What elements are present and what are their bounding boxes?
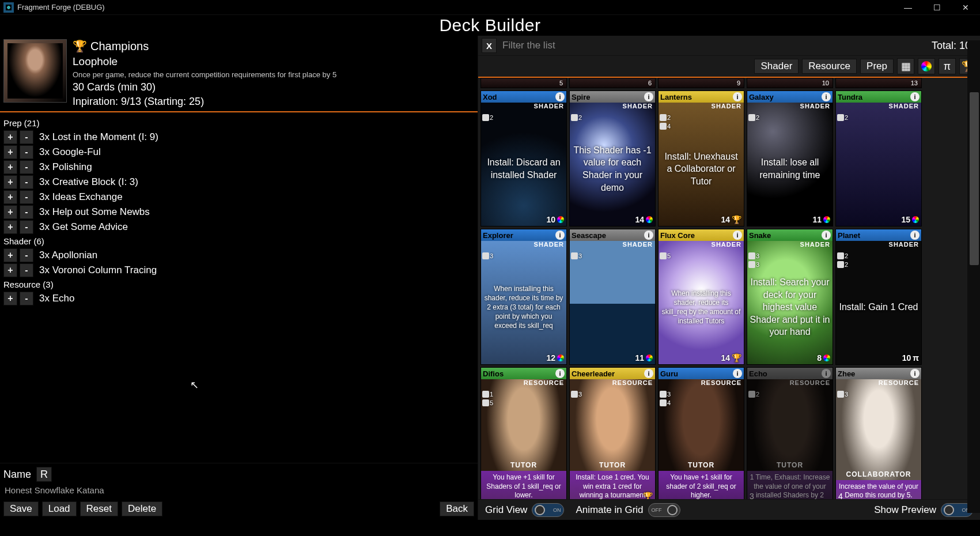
clear-filter-button[interactable]: X [482,38,497,53]
filter-bar: X Total: 100 [478,36,980,56]
plus-button[interactable]: + [3,263,17,277]
card[interactable]: GalaxyiSHADER2Install: lose all remainin… [747,90,833,227]
card[interactable]: LanternsiSHADER24Install: Unexhaust a Co… [658,90,744,227]
partial-card[interactable]: 6 [569,78,656,88]
window-titlebar: Fragment Forge (DEBUG) — ☐ ✕ [0,0,980,15]
deck-row: +-3x Lost in the Moment (I: 9) [3,130,474,144]
cat-pi-icon[interactable]: π [939,58,956,74]
section-prep-label: Prep (21) [3,118,474,128]
deck-item-label: 3x Polishing [39,161,92,173]
plus-button[interactable]: + [3,130,17,144]
name-label: Name R [3,467,474,482]
card-grid[interactable]: 5691013 XodiSHADER2Install: Discard an i… [478,78,980,499]
plus-button[interactable]: + [3,175,17,189]
filter-input[interactable] [501,39,927,52]
reset-button[interactable]: Reset [80,501,118,516]
card[interactable]: Flux CoreiSHADER5When installing this sh… [658,229,744,365]
cat-prep[interactable]: Prep [860,59,894,74]
plus-button[interactable]: + [3,248,17,262]
section-shader-label: Shader (6) [3,236,474,246]
gridview-toggle[interactable]: ON [532,503,564,517]
minus-button[interactable]: - [20,205,33,219]
deck-item-label: 3x Help out Some Newbs [39,206,150,218]
deck-row: +-3x Ideas Exchange [3,190,474,204]
info-icon: i [733,231,742,240]
delete-button[interactable]: Delete [122,501,162,516]
champion-category: Champions [90,40,149,53]
window-minimize[interactable]: — [894,0,922,15]
name-input[interactable]: R [36,467,52,482]
deck-item-label: 3x Apollonian [39,250,97,261]
card[interactable]: XodiSHADER2Install: Discard an installed… [480,90,567,227]
minus-button[interactable]: - [20,145,33,159]
plus-button[interactable]: + [3,190,17,204]
back-button[interactable]: Back [440,501,474,516]
partial-card[interactable]: 10 [747,78,833,88]
card[interactable]: SnakeiSHADER33Install: Search your deck … [747,229,833,365]
info-icon: i [910,92,920,101]
info-icon: i [910,369,920,378]
deck-item-label: 3x Get Some Advice [39,221,128,233]
cat-noise-icon[interactable]: ▦ [897,58,914,74]
deck-item-label: 3x Lost in the Moment (I: 9) [39,131,158,143]
card[interactable]: SpireiSHADER2This Shader has -1 value fo… [569,90,656,227]
page-title: Deck Builder [0,15,980,36]
deck-row: +-3x Help out Some Newbs [3,205,474,219]
category-row: Shader Resource Prep ▦ π 🏆 [478,56,980,78]
deck-row: +-3x Polishing [3,160,474,174]
info-icon: i [822,92,831,101]
trophy-icon: 🏆 [73,39,87,53]
card[interactable]: PlanetiSHADER22Install: Gain 1 Cred10 π [835,229,922,365]
minus-button[interactable]: - [20,248,33,262]
minus-button[interactable]: - [20,130,33,144]
minus-button[interactable]: - [20,160,33,174]
window-close[interactable]: ✕ [951,0,980,15]
info-icon: i [733,92,742,101]
card[interactable]: SeascapeiSHADER311 [569,229,656,365]
plus-button[interactable]: + [3,292,17,305]
deck-row: +-3x Get Some Advice [3,220,474,234]
cat-rainbow-icon[interactable] [918,58,935,74]
champion-inspiration: Inpiration: 9/13 (Starting: 25) [73,96,474,108]
card[interactable]: DifiosiRESOURCE15TUTORYou have +1 skill … [480,367,567,499]
deck-item-label: 3x Ideas Exchange [39,191,123,203]
plus-button[interactable]: + [3,145,17,159]
cat-shader[interactable]: Shader [754,59,799,74]
minus-button[interactable]: - [20,190,33,204]
load-button[interactable]: Load [42,501,77,516]
window-title: Fragment Forge (DEBUG) [17,3,105,12]
deck-item-label: 3x Creative Block (I: 3) [39,176,138,188]
preview-label: Show Preview [874,504,936,516]
card[interactable]: TundraiSHADER215 [835,90,922,227]
minus-button[interactable]: - [20,263,33,277]
champion-cards: 30 Cards (min 30) [73,81,474,93]
champion-panel: 🏆Champions Loophole Once per game, reduc… [0,36,478,112]
minus-button[interactable]: - [20,292,33,305]
card[interactable]: CheerleaderiRESOURCE3TUTORInstall: Lose … [569,367,656,499]
plus-button[interactable]: + [3,220,17,234]
app-icon [3,2,14,13]
deck-item-label: 3x Voronoi Column Tracing [39,265,157,276]
partial-card[interactable]: 9 [658,78,744,88]
deck-item-label: 3x Google-Ful [39,146,101,158]
card[interactable]: EchoiRESOURCE2TUTOR1 Time, Exhaust: Incr… [747,367,833,499]
partial-card[interactable]: 13 [835,78,922,88]
animate-toggle[interactable]: OFF [648,503,680,517]
cat-resource[interactable]: Resource [802,59,857,74]
champion-portrait [3,39,67,103]
champion-desc: Once per game, reduce the current compet… [73,70,474,79]
card[interactable]: ZheeiRESOURCE3COLLABORATORIncrease the v… [835,367,922,499]
name-suggestion[interactable]: Honest Snowflake Katana [3,484,474,498]
plus-button[interactable]: + [3,205,17,219]
info-icon: i [555,369,565,378]
partial-card[interactable]: 5 [480,78,567,88]
plus-button[interactable]: + [3,160,17,174]
card[interactable]: GuruiRESOURCE34TUTORYou have +1 skill fo… [658,367,744,499]
minus-button[interactable]: - [20,175,33,189]
minus-button[interactable]: - [20,220,33,234]
window-maximize[interactable]: ☐ [922,0,951,15]
save-button[interactable]: Save [3,501,39,516]
grid-scrollbar[interactable] [967,40,980,513]
champion-name: Loophole [73,55,474,68]
card[interactable]: ExploreriSHADER3When installing this sha… [480,229,567,365]
